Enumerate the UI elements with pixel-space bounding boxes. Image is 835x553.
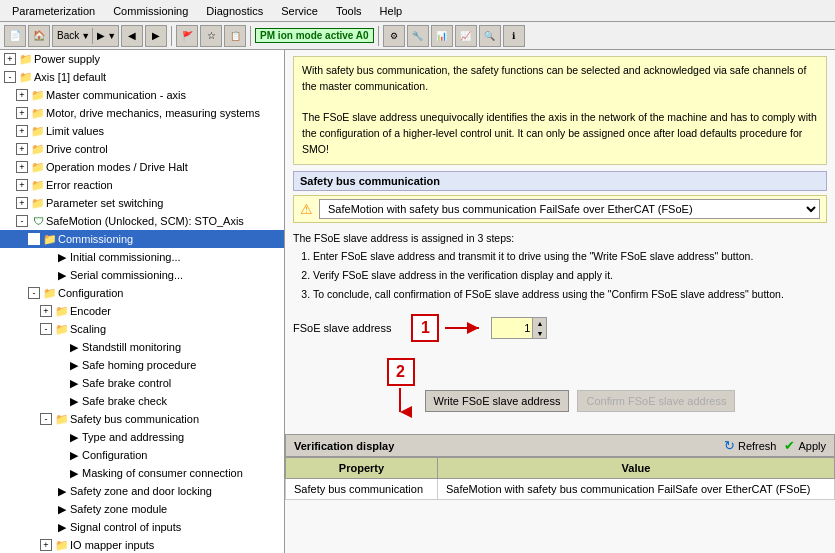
new-button[interactable]: 📄 [4, 25, 26, 47]
confirm-fsoe-button[interactable]: Confirm FSoE slave address [577, 390, 735, 412]
tree-operation-modes[interactable]: + 📁 Operation modes / Drive Halt [0, 158, 284, 176]
tool-btn-6[interactable]: ℹ [503, 25, 525, 47]
tree-label-limit: Limit values [46, 125, 104, 137]
info-text-2: The FSoE slave address unequivocally ide… [302, 110, 818, 157]
expand-power-supply[interactable]: + [4, 53, 16, 65]
expand-safe[interactable]: - [16, 215, 28, 227]
safety-bus-dropdown[interactable]: SafeMotion with safety bus communication… [319, 199, 820, 219]
nav-left[interactable]: ◀ [121, 25, 143, 47]
apply-button[interactable]: ✔ Apply [784, 438, 826, 453]
expand-config[interactable]: - [28, 287, 40, 299]
expand-error[interactable]: + [16, 179, 28, 191]
tool-btn-5[interactable]: 🔍 [479, 25, 501, 47]
tree-drive-control[interactable]: + 📁 Drive control [0, 140, 284, 158]
slave-address-input[interactable] [492, 318, 532, 338]
arrow-icon: ▶ [54, 249, 70, 265]
menu-diagnostics[interactable]: Diagnostics [198, 3, 271, 19]
refresh-button[interactable]: ↻ Refresh [724, 438, 777, 453]
tree-label-zone-module: Safety zone module [70, 503, 167, 515]
folder-icon-master: 📁 [30, 87, 46, 103]
tree-power-supply[interactable]: + 📁 Power supply [0, 50, 284, 68]
arrow-icon5: ▶ [66, 375, 82, 391]
tree-label-drive: Drive control [46, 143, 108, 155]
menu-commissioning[interactable]: Commissioning [105, 3, 196, 19]
tree-io-mapper[interactable]: + 📁 IO mapper inputs [0, 536, 284, 553]
tree-error[interactable]: + 📁 Error reaction [0, 176, 284, 194]
spin-down[interactable]: ▼ [532, 328, 546, 338]
tool-btn-4[interactable]: 📈 [455, 25, 477, 47]
tree-label-commissioning: Commissioning [58, 233, 133, 245]
tree-label-config-inner: Configuration [82, 449, 147, 461]
tree-safety-zone[interactable]: ▶ Safety zone and door locking [0, 482, 284, 500]
step2-badge: 2 [387, 358, 415, 386]
steps-intro: The FSoE slave address is assigned in 3 … [293, 229, 827, 248]
tree-label-power-supply: Power supply [34, 53, 100, 65]
home-button[interactable]: 🏠 [28, 25, 50, 47]
tree-param-switch[interactable]: + 📁 Parameter set switching [0, 194, 284, 212]
tree-label-io: IO mapper inputs [70, 539, 154, 551]
tree-axis-default[interactable]: - 📁 Axis [1] default [0, 68, 284, 86]
tree-encoder[interactable]: + 📁 Encoder [0, 302, 284, 320]
tool-btn-1[interactable]: ⚙ [383, 25, 405, 47]
expand-scaling[interactable]: - [40, 323, 52, 335]
expand-op[interactable]: + [16, 161, 28, 173]
tree-configuration[interactable]: - 📁 Configuration [0, 284, 284, 302]
menu-service[interactable]: Service [273, 3, 326, 19]
slave-label: FSoE slave address [293, 322, 391, 334]
expand-safety-bus[interactable]: - [40, 413, 52, 425]
tree-safety-bus[interactable]: - 📁 Safety bus communication [0, 410, 284, 428]
tree-safety-zone-module[interactable]: ▶ Safety zone module [0, 500, 284, 518]
tree-config-inner[interactable]: ▶ Configuration [0, 446, 284, 464]
tree-brake-check[interactable]: ▶ Safe brake check [0, 392, 284, 410]
tool-btn-2[interactable]: 🔧 [407, 25, 429, 47]
tree-master-comm[interactable]: + 📁 Master communication - axis [0, 86, 284, 104]
tree-standstill[interactable]: ▶ Standstill monitoring [0, 338, 284, 356]
expand-io[interactable]: + [40, 539, 52, 551]
tool-btn-3[interactable]: 📊 [431, 25, 453, 47]
pm-badge: PM ion mode active A0 [255, 28, 374, 43]
expand-encoder[interactable]: + [40, 305, 52, 317]
tree-brake-control[interactable]: ▶ Safe brake control [0, 374, 284, 392]
arrow-icon7: ▶ [66, 429, 82, 445]
expand-drive[interactable]: + [16, 143, 28, 155]
menu-parameterization[interactable]: Parameterization [4, 3, 103, 19]
tree-motor[interactable]: + 📁 Motor, drive mechanics, measuring sy… [0, 104, 284, 122]
tree-initial-comm[interactable]: ▶ Initial commissioning... [0, 248, 284, 266]
commissioning-folder-icon: 📁 [42, 231, 58, 247]
folder-icon-param: 📁 [30, 195, 46, 211]
back-button[interactable]: Back [55, 30, 81, 41]
tree-limit[interactable]: + 📁 Limit values [0, 122, 284, 140]
tree-signal-inputs[interactable]: ▶ Signal control of inputs [0, 518, 284, 536]
expand-master-comm[interactable]: + [16, 89, 28, 101]
arrow-icon8: ▶ [66, 447, 82, 463]
scaling-folder-icon: 📁 [54, 321, 70, 337]
step-1-text: Enter FSoE slave address and transmit it… [313, 247, 827, 266]
expand-motor[interactable]: + [16, 107, 28, 119]
star-button[interactable]: ☆ [200, 25, 222, 47]
tree-label-masking: Masking of consumer connection [82, 467, 243, 479]
sidebar-tree: + 📁 Power supply - 📁 Axis [1] default + … [0, 50, 285, 553]
tree-label-type: Type and addressing [82, 431, 184, 443]
spin-up[interactable]: ▲ [532, 318, 546, 328]
tree-homing[interactable]: ▶ Safe homing procedure [0, 356, 284, 374]
nav-right[interactable]: ▶ [145, 25, 167, 47]
tree-safemotion[interactable]: - 🛡 SafeMotion (Unlocked, SCM): STO_Axis [0, 212, 284, 230]
write-fsoe-button[interactable]: Write FSoE slave address [425, 390, 570, 412]
expand-axis[interactable]: - [4, 71, 16, 83]
tree-masking[interactable]: ▶ Masking of consumer connection [0, 464, 284, 482]
menu-tools[interactable]: Tools [328, 3, 370, 19]
tree-commissioning[interactable]: - 📁 Commissioning [0, 230, 284, 248]
forward-button[interactable]: ▶ [95, 30, 107, 41]
tree-scaling[interactable]: - 📁 Scaling [0, 320, 284, 338]
bookmark-button[interactable]: 📋 [224, 25, 246, 47]
tree-type-addressing[interactable]: ▶ Type and addressing [0, 428, 284, 446]
expand-commissioning[interactable]: - [28, 233, 40, 245]
verif-actions: ↻ Refresh ✔ Apply [724, 438, 826, 453]
flag-button[interactable]: 🚩 [176, 25, 198, 47]
section-header: Safety bus communication [293, 171, 827, 191]
expand-limit[interactable]: + [16, 125, 28, 137]
tree-serial-comm[interactable]: ▶ Serial commissioning... [0, 266, 284, 284]
expand-param[interactable]: + [16, 197, 28, 209]
menu-help[interactable]: Help [372, 3, 411, 19]
folder-icon-axis: 📁 [18, 69, 34, 85]
